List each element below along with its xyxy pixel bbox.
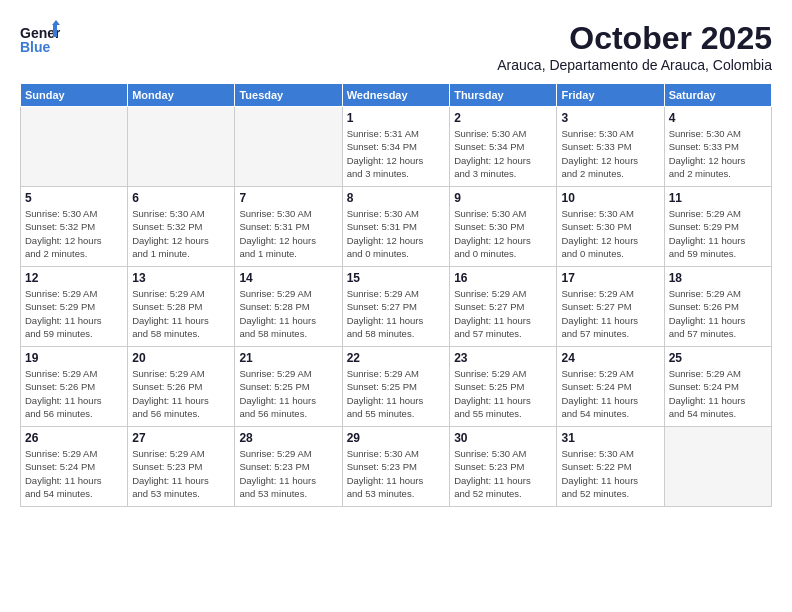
- day-number: 26: [25, 431, 123, 445]
- calendar-cell: 4Sunrise: 5:30 AM Sunset: 5:33 PM Daylig…: [664, 107, 771, 187]
- weekday-header-monday: Monday: [128, 84, 235, 107]
- day-number: 7: [239, 191, 337, 205]
- calendar-cell: 9Sunrise: 5:30 AM Sunset: 5:30 PM Daylig…: [450, 187, 557, 267]
- day-number: 30: [454, 431, 552, 445]
- calendar-cell: 14Sunrise: 5:29 AM Sunset: 5:28 PM Dayli…: [235, 267, 342, 347]
- day-number: 13: [132, 271, 230, 285]
- weekday-header-sunday: Sunday: [21, 84, 128, 107]
- title-block: October 2025 Arauca, Departamento de Ara…: [497, 20, 772, 73]
- day-number: 17: [561, 271, 659, 285]
- day-number: 6: [132, 191, 230, 205]
- day-number: 3: [561, 111, 659, 125]
- day-info: Sunrise: 5:30 AM Sunset: 5:32 PM Dayligh…: [132, 207, 230, 260]
- calendar-cell: 31Sunrise: 5:30 AM Sunset: 5:22 PM Dayli…: [557, 427, 664, 507]
- day-info: Sunrise: 5:30 AM Sunset: 5:33 PM Dayligh…: [561, 127, 659, 180]
- location-title: Arauca, Departamento de Arauca, Colombia: [497, 57, 772, 73]
- calendar-week-2: 5Sunrise: 5:30 AM Sunset: 5:32 PM Daylig…: [21, 187, 772, 267]
- day-info: Sunrise: 5:31 AM Sunset: 5:34 PM Dayligh…: [347, 127, 445, 180]
- day-number: 10: [561, 191, 659, 205]
- day-number: 9: [454, 191, 552, 205]
- day-info: Sunrise: 5:30 AM Sunset: 5:23 PM Dayligh…: [347, 447, 445, 500]
- calendar-cell: 21Sunrise: 5:29 AM Sunset: 5:25 PM Dayli…: [235, 347, 342, 427]
- logo-icon: General Blue: [20, 20, 60, 55]
- day-number: 23: [454, 351, 552, 365]
- day-number: 18: [669, 271, 767, 285]
- logo: General Blue: [20, 20, 60, 55]
- calendar-cell: 22Sunrise: 5:29 AM Sunset: 5:25 PM Dayli…: [342, 347, 449, 427]
- day-info: Sunrise: 5:29 AM Sunset: 5:28 PM Dayligh…: [239, 287, 337, 340]
- calendar-cell: [235, 107, 342, 187]
- calendar-cell: 28Sunrise: 5:29 AM Sunset: 5:23 PM Dayli…: [235, 427, 342, 507]
- day-number: 21: [239, 351, 337, 365]
- calendar-cell: 17Sunrise: 5:29 AM Sunset: 5:27 PM Dayli…: [557, 267, 664, 347]
- day-info: Sunrise: 5:30 AM Sunset: 5:22 PM Dayligh…: [561, 447, 659, 500]
- weekday-header-friday: Friday: [557, 84, 664, 107]
- day-info: Sunrise: 5:29 AM Sunset: 5:25 PM Dayligh…: [347, 367, 445, 420]
- day-number: 16: [454, 271, 552, 285]
- day-number: 19: [25, 351, 123, 365]
- day-number: 31: [561, 431, 659, 445]
- day-info: Sunrise: 5:30 AM Sunset: 5:33 PM Dayligh…: [669, 127, 767, 180]
- day-number: 25: [669, 351, 767, 365]
- calendar-cell: 6Sunrise: 5:30 AM Sunset: 5:32 PM Daylig…: [128, 187, 235, 267]
- day-info: Sunrise: 5:29 AM Sunset: 5:23 PM Dayligh…: [132, 447, 230, 500]
- svg-rect-3: [53, 25, 57, 37]
- day-info: Sunrise: 5:29 AM Sunset: 5:24 PM Dayligh…: [561, 367, 659, 420]
- day-info: Sunrise: 5:29 AM Sunset: 5:24 PM Dayligh…: [25, 447, 123, 500]
- weekday-header-wednesday: Wednesday: [342, 84, 449, 107]
- day-number: 15: [347, 271, 445, 285]
- calendar-cell: 19Sunrise: 5:29 AM Sunset: 5:26 PM Dayli…: [21, 347, 128, 427]
- day-number: 28: [239, 431, 337, 445]
- calendar-cell: 23Sunrise: 5:29 AM Sunset: 5:25 PM Dayli…: [450, 347, 557, 427]
- day-number: 4: [669, 111, 767, 125]
- day-info: Sunrise: 5:29 AM Sunset: 5:23 PM Dayligh…: [239, 447, 337, 500]
- day-info: Sunrise: 5:30 AM Sunset: 5:34 PM Dayligh…: [454, 127, 552, 180]
- calendar-cell: 26Sunrise: 5:29 AM Sunset: 5:24 PM Dayli…: [21, 427, 128, 507]
- day-number: 14: [239, 271, 337, 285]
- day-number: 1: [347, 111, 445, 125]
- calendar-cell: 13Sunrise: 5:29 AM Sunset: 5:28 PM Dayli…: [128, 267, 235, 347]
- day-info: Sunrise: 5:29 AM Sunset: 5:27 PM Dayligh…: [347, 287, 445, 340]
- day-info: Sunrise: 5:29 AM Sunset: 5:26 PM Dayligh…: [132, 367, 230, 420]
- calendar-cell: 16Sunrise: 5:29 AM Sunset: 5:27 PM Dayli…: [450, 267, 557, 347]
- calendar-cell: 5Sunrise: 5:30 AM Sunset: 5:32 PM Daylig…: [21, 187, 128, 267]
- calendar-cell: 25Sunrise: 5:29 AM Sunset: 5:24 PM Dayli…: [664, 347, 771, 427]
- svg-text:Blue: Blue: [20, 39, 51, 55]
- day-info: Sunrise: 5:29 AM Sunset: 5:25 PM Dayligh…: [239, 367, 337, 420]
- day-info: Sunrise: 5:29 AM Sunset: 5:29 PM Dayligh…: [25, 287, 123, 340]
- calendar-cell: 10Sunrise: 5:30 AM Sunset: 5:30 PM Dayli…: [557, 187, 664, 267]
- calendar-cell: 30Sunrise: 5:30 AM Sunset: 5:23 PM Dayli…: [450, 427, 557, 507]
- day-number: 2: [454, 111, 552, 125]
- weekday-header-thursday: Thursday: [450, 84, 557, 107]
- calendar-cell: 27Sunrise: 5:29 AM Sunset: 5:23 PM Dayli…: [128, 427, 235, 507]
- calendar-cell: 11Sunrise: 5:29 AM Sunset: 5:29 PM Dayli…: [664, 187, 771, 267]
- day-number: 8: [347, 191, 445, 205]
- day-info: Sunrise: 5:29 AM Sunset: 5:27 PM Dayligh…: [454, 287, 552, 340]
- calendar-cell: 7Sunrise: 5:30 AM Sunset: 5:31 PM Daylig…: [235, 187, 342, 267]
- day-info: Sunrise: 5:29 AM Sunset: 5:24 PM Dayligh…: [669, 367, 767, 420]
- day-number: 22: [347, 351, 445, 365]
- day-number: 27: [132, 431, 230, 445]
- calendar-cell: 18Sunrise: 5:29 AM Sunset: 5:26 PM Dayli…: [664, 267, 771, 347]
- calendar-cell: 20Sunrise: 5:29 AM Sunset: 5:26 PM Dayli…: [128, 347, 235, 427]
- page-header: General Blue October 2025 Arauca, Depart…: [20, 20, 772, 73]
- weekday-header-saturday: Saturday: [664, 84, 771, 107]
- day-info: Sunrise: 5:29 AM Sunset: 5:27 PM Dayligh…: [561, 287, 659, 340]
- day-info: Sunrise: 5:30 AM Sunset: 5:23 PM Dayligh…: [454, 447, 552, 500]
- calendar-cell: 12Sunrise: 5:29 AM Sunset: 5:29 PM Dayli…: [21, 267, 128, 347]
- calendar-cell: [21, 107, 128, 187]
- day-number: 24: [561, 351, 659, 365]
- day-info: Sunrise: 5:29 AM Sunset: 5:25 PM Dayligh…: [454, 367, 552, 420]
- weekday-header-tuesday: Tuesday: [235, 84, 342, 107]
- calendar-cell: 2Sunrise: 5:30 AM Sunset: 5:34 PM Daylig…: [450, 107, 557, 187]
- calendar-cell: 15Sunrise: 5:29 AM Sunset: 5:27 PM Dayli…: [342, 267, 449, 347]
- svg-marker-2: [52, 20, 60, 25]
- calendar-table: SundayMondayTuesdayWednesdayThursdayFrid…: [20, 83, 772, 507]
- day-number: 5: [25, 191, 123, 205]
- day-info: Sunrise: 5:29 AM Sunset: 5:26 PM Dayligh…: [669, 287, 767, 340]
- calendar-week-5: 26Sunrise: 5:29 AM Sunset: 5:24 PM Dayli…: [21, 427, 772, 507]
- calendar-cell: 8Sunrise: 5:30 AM Sunset: 5:31 PM Daylig…: [342, 187, 449, 267]
- day-info: Sunrise: 5:29 AM Sunset: 5:29 PM Dayligh…: [669, 207, 767, 260]
- calendar-cell: [128, 107, 235, 187]
- calendar-cell: 1Sunrise: 5:31 AM Sunset: 5:34 PM Daylig…: [342, 107, 449, 187]
